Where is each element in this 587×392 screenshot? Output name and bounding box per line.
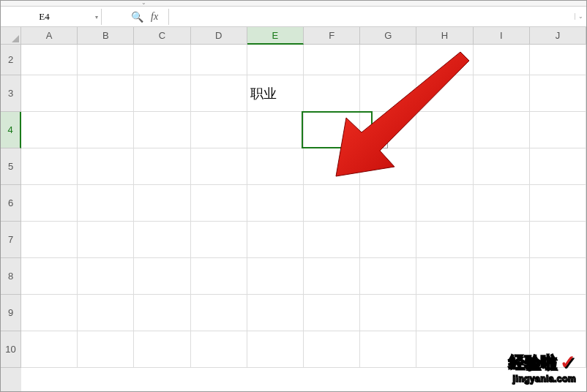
cell-D2[interactable] (191, 45, 247, 75)
cell-J8[interactable] (530, 258, 586, 295)
cell-A4[interactable] (21, 112, 78, 148)
col-header-A[interactable]: A (21, 27, 78, 45)
cell-D3[interactable] (191, 75, 247, 112)
cell-J3[interactable] (530, 75, 586, 112)
cell-F9[interactable] (304, 295, 360, 331)
cell-C8[interactable] (134, 258, 190, 295)
cell-G9[interactable] (360, 295, 416, 331)
cell-H4[interactable] (416, 112, 473, 148)
row-header-3[interactable]: 3 (1, 75, 21, 112)
chevron-down-icon[interactable]: ▾ (95, 13, 98, 20)
cell-F5[interactable] (304, 148, 360, 185)
cell-B9[interactable] (78, 295, 134, 331)
formula-expand-icon[interactable]: ⌄ (575, 13, 586, 20)
cell-B3[interactable] (78, 75, 134, 112)
cell-D6[interactable] (191, 185, 247, 222)
cell-A8[interactable] (21, 258, 78, 295)
col-header-C[interactable]: C (134, 27, 190, 45)
cell-E5[interactable] (247, 148, 304, 185)
cell-B7[interactable] (78, 222, 134, 258)
cell-E7[interactable] (247, 222, 304, 258)
cell-F6[interactable] (304, 185, 360, 222)
cell-I10[interactable] (474, 331, 530, 368)
row-header-2[interactable]: 2 (1, 45, 21, 75)
col-header-I[interactable]: I (474, 27, 530, 45)
cell-B4[interactable] (78, 112, 134, 148)
cell-I3[interactable] (474, 75, 530, 112)
name-box-input[interactable] (1, 9, 101, 25)
cell-D9[interactable] (191, 295, 247, 331)
cell-J7[interactable] (530, 222, 586, 258)
cell-C9[interactable] (134, 295, 190, 331)
cell-A10[interactable] (21, 331, 78, 368)
cell-G10[interactable] (360, 331, 416, 368)
cell-C3[interactable] (134, 75, 190, 112)
cell-F3[interactable] (304, 75, 360, 112)
cell-G4[interactable] (360, 112, 416, 148)
cell-C4[interactable] (134, 112, 190, 148)
row-header-9[interactable]: 9 (1, 295, 21, 331)
cell-H7[interactable] (416, 222, 473, 258)
cell-G8[interactable] (360, 258, 416, 295)
cell-E3[interactable]: 职业 (247, 75, 304, 112)
cell-B8[interactable] (78, 258, 134, 295)
cell-D4[interactable] (191, 112, 247, 148)
cell-G2[interactable] (360, 45, 416, 75)
cell-A7[interactable] (21, 222, 78, 258)
cell-I2[interactable] (474, 45, 530, 75)
cell-I8[interactable] (474, 258, 530, 295)
row-header-10[interactable]: 10 (1, 331, 21, 368)
zoom-icon[interactable]: 🔍 (131, 11, 143, 23)
cell-I5[interactable] (474, 148, 530, 185)
col-header-F[interactable]: F (304, 27, 360, 45)
row-header-7[interactable]: 7 (1, 222, 21, 258)
cell-I9[interactable] (474, 295, 530, 331)
cell-B2[interactable] (78, 45, 134, 75)
cell-F10[interactable] (304, 331, 360, 368)
cell-I7[interactable] (474, 222, 530, 258)
cell-J2[interactable] (530, 45, 586, 75)
row-header-8[interactable]: 8 (1, 258, 21, 295)
cell-H6[interactable] (416, 185, 473, 222)
cell-A9[interactable] (21, 295, 78, 331)
cell-A2[interactable] (21, 45, 78, 75)
cell-H5[interactable] (416, 148, 473, 185)
row-header-6[interactable]: 6 (1, 185, 21, 222)
cell-J5[interactable] (530, 148, 586, 185)
cell-J10[interactable] (530, 331, 586, 368)
cell-J6[interactable] (530, 185, 586, 222)
cell-C10[interactable] (134, 331, 190, 368)
col-header-J[interactable]: J (530, 27, 586, 45)
cell-E6[interactable] (247, 185, 304, 222)
cell-I4[interactable] (474, 112, 530, 148)
cell-E4[interactable] (247, 112, 304, 148)
cell-J9[interactable] (530, 295, 586, 331)
cell-D5[interactable] (191, 148, 247, 185)
cell-G5[interactable] (360, 148, 416, 185)
row-header-4[interactable]: 4 (1, 112, 21, 148)
fx-label[interactable]: fx (151, 11, 158, 23)
cell-H8[interactable] (416, 258, 473, 295)
cell-J4[interactable] (530, 112, 586, 148)
cell-B6[interactable] (78, 185, 134, 222)
cell-C7[interactable] (134, 222, 190, 258)
row-header-5[interactable]: 5 (1, 148, 21, 185)
cell-F4[interactable] (304, 112, 360, 148)
cell-F2[interactable] (304, 45, 360, 75)
cell-C5[interactable] (134, 148, 190, 185)
cell-E2[interactable] (247, 45, 304, 75)
cell-C2[interactable] (134, 45, 190, 75)
name-box[interactable]: ▾ (1, 9, 102, 25)
cell-D10[interactable] (191, 331, 247, 368)
cell-G3[interactable] (360, 75, 416, 112)
cell-A3[interactable] (21, 75, 78, 112)
cell-F8[interactable] (304, 258, 360, 295)
toolbar-dropdown-icon[interactable]: ⌄ (141, 0, 149, 7)
cell-E9[interactable] (247, 295, 304, 331)
cell-D7[interactable] (191, 222, 247, 258)
cell-G6[interactable] (360, 185, 416, 222)
cell-G7[interactable] (360, 222, 416, 258)
col-header-B[interactable]: B (78, 27, 134, 45)
cell-H2[interactable] (416, 45, 473, 75)
select-all-corner[interactable] (1, 27, 21, 45)
